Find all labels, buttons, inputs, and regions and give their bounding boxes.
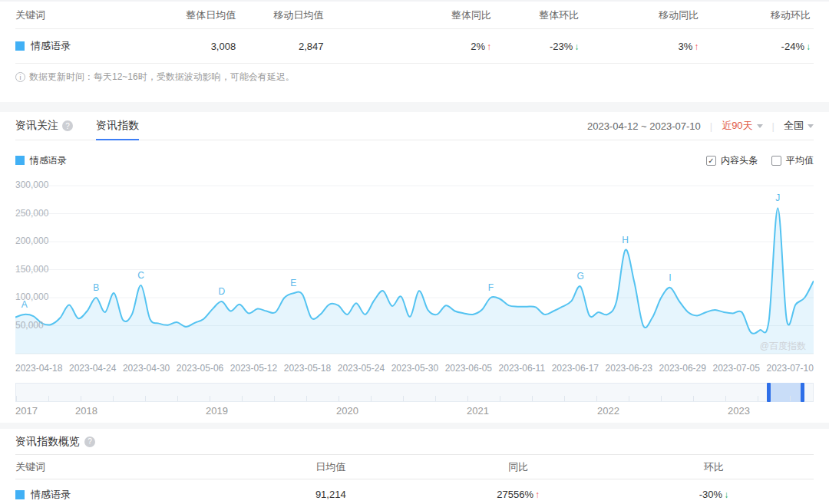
year-label-2020: 2020 (336, 405, 358, 417)
year-label-2023: 2023 (728, 405, 750, 417)
overview-data-row: 情感语录 91,214 27556%↑ -30%↓ (15, 479, 814, 504)
keyword-color-swatch (15, 41, 25, 51)
trend-value: 3% (679, 41, 693, 52)
legend-color-swatch (15, 156, 25, 165)
keyword-label: 情感语录 (31, 488, 71, 502)
peak-marker-D[interactable]: D (218, 286, 225, 297)
x-tick-label: 2023-05-24 (338, 363, 385, 374)
x-tick-label: 2023-07-05 (713, 363, 760, 374)
overview-card: 资讯指数概览 ? 关键词 日均值 同比 环比 情感语录 91,214 27556… (0, 429, 829, 504)
ov-mom-value: -30%↓ (614, 489, 814, 500)
chart-canvas: ABCDEFGHIJ (15, 175, 814, 357)
tabs: 资讯关注 ? 资讯指数 (15, 112, 162, 140)
checkbox-unchecked-icon (771, 156, 781, 166)
keyword-label: 情感语录 (31, 39, 71, 53)
ov-col-keyword: 关键词 (15, 460, 239, 474)
tab-news-attention-label: 资讯关注 (15, 119, 58, 133)
keyword-cell: 情感语录 (15, 39, 135, 53)
mobile-daily-avg-value: 2,847 (239, 41, 326, 52)
trend-value: 27556% (497, 489, 533, 500)
ov-col-yoy: 同比 (422, 460, 614, 474)
section-divider (0, 423, 829, 429)
year-label-2019: 2019 (206, 405, 228, 417)
col-header-mobile-mom: 移动环比 (702, 8, 814, 22)
checkbox-label: 内容头条 (721, 154, 758, 167)
slider-handle-left[interactable] (767, 383, 771, 402)
x-tick-label: 2023-07-10 (766, 363, 813, 374)
question-icon[interactable]: ? (62, 120, 73, 131)
legend-label: 情感语录 (30, 154, 67, 167)
overview-header-row: 关键词 日均值 同比 环比 (15, 454, 814, 479)
ov-yoy-value: 27556%↑ (422, 489, 614, 500)
overall-yoy-value: 2%↑ (327, 41, 494, 52)
x-tick-label: 2023-04-30 (123, 363, 170, 374)
peak-marker-J[interactable]: J (775, 193, 780, 203)
tab-news-attention[interactable]: 资讯关注 ? (15, 112, 73, 140)
x-tick-label: 2023-05-30 (391, 363, 438, 374)
peak-marker-B[interactable]: B (93, 282, 99, 293)
trend-chart[interactable]: ABCDEFGHIJ 50,000100,000150,000200,00025… (15, 175, 814, 357)
summary-card: 关键词 整体日均值 移动日均值 整体同比 整体环比 移动同比 移动环比 情感语录… (0, 0, 829, 102)
peak-marker-F[interactable]: F (488, 282, 494, 293)
slider-selection[interactable] (769, 383, 802, 402)
col-header-mobile-daily-avg: 移动日均值 (239, 8, 326, 22)
year-label-2021: 2021 (467, 405, 489, 417)
x-tick-label: 2023-06-23 (606, 363, 652, 374)
date-range[interactable]: 2023-04-12 ~ 2023-07-10 (587, 120, 701, 132)
col-header-overall-daily-avg: 整体日均值 (135, 8, 239, 22)
summary-header-row: 关键词 整体日均值 移动日均值 整体同比 整体环比 移动同比 移动环比 (15, 2, 814, 29)
mobile-mom-value: -24%↓ (702, 41, 814, 52)
trend-value: -24% (781, 41, 804, 52)
trend-value: -30% (699, 489, 722, 500)
col-header-overall-yoy: 整体同比 (327, 8, 494, 22)
year-label-2018: 2018 (75, 405, 97, 417)
ov-col-daily-avg: 日均值 (239, 460, 422, 474)
x-tick-label: 2023-06-17 (552, 363, 599, 374)
note-text: 数据更新时间：每天12~16时，受数据波动影响，可能会有延迟。 (29, 71, 295, 84)
trend-card: 资讯关注 ? 资讯指数 2023-04-12 ~ 2023-07-10 | 近9… (0, 112, 829, 423)
timeline-slider[interactable] (15, 383, 814, 402)
down-arrow-icon: ↓ (574, 41, 579, 52)
duration-label: 近90天 (722, 119, 752, 133)
overview-title: 资讯指数概览 (15, 435, 80, 449)
x-tick-label: 2023-06-11 (499, 363, 546, 374)
legend-bar: 情感语录 ✓内容头条平均值 (15, 154, 814, 166)
mobile-yoy-value: 3%↑ (582, 41, 702, 52)
timeline-year-labels: 2017201820192020202120222023 (15, 404, 814, 420)
keyword-color-swatch (15, 490, 25, 499)
duration-selector[interactable]: 近90天 (722, 119, 762, 133)
summary-data-row: 情感语录 3,008 2,847 2%↑ -23%↓ 3%↑ -24%↓ (15, 29, 814, 64)
question-icon[interactable]: ? (84, 436, 95, 447)
peak-marker-E[interactable]: E (290, 278, 296, 288)
tabs-bar: 资讯关注 ? 资讯指数 2023-04-12 ~ 2023-07-10 | 近9… (15, 112, 814, 140)
update-time-note: i 数据更新时间：每天12~16时，受数据波动影响，可能会有延迟。 (15, 71, 814, 84)
peak-marker-G[interactable]: G (577, 271, 584, 282)
x-tick-label: 2023-05-18 (284, 363, 331, 374)
x-tick-label: 2023-06-29 (659, 363, 706, 374)
x-tick-label: 2023-05-06 (177, 363, 223, 374)
ov-col-mom: 环比 (614, 460, 814, 474)
peak-marker-H[interactable]: H (622, 235, 629, 245)
x-tick-label: 2023-04-18 (15, 363, 62, 374)
checkbox-average[interactable]: 平均值 (771, 154, 814, 167)
overall-mom-value: -23%↓ (494, 41, 582, 52)
checkbox-content-headline[interactable]: ✓内容头条 (706, 154, 758, 167)
divider: | (710, 120, 712, 132)
peak-marker-I[interactable]: I (669, 272, 671, 283)
tab-news-index[interactable]: 资讯指数 (96, 112, 139, 140)
divider: | (772, 120, 775, 132)
slider-handle-right[interactable] (801, 383, 804, 402)
down-arrow-icon: ↓ (806, 41, 811, 52)
up-arrow-icon: ↑ (694, 41, 699, 52)
up-arrow-icon: ↑ (487, 41, 491, 52)
checkbox-label: 平均值 (786, 154, 814, 167)
peak-marker-C[interactable]: C (137, 270, 144, 281)
x-axis-labels: 2023-04-182023-04-242023-04-302023-05-06… (15, 363, 814, 374)
keyword-cell: 情感语录 (15, 488, 239, 502)
region-selector[interactable]: 全国 (784, 119, 814, 133)
checkbox-checked-icon: ✓ (706, 156, 716, 166)
series-legend[interactable]: 情感语录 (15, 154, 67, 167)
peak-marker-A[interactable]: A (21, 299, 28, 310)
year-label-2022: 2022 (597, 405, 619, 417)
x-tick-label: 2023-05-12 (230, 363, 277, 374)
